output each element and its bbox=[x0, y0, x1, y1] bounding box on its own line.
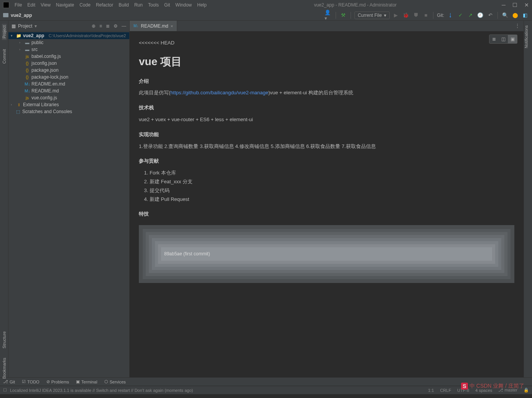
ide-settings-icon[interactable]: ⬤ bbox=[511, 12, 519, 19]
git-update-icon[interactable]: ⭣ bbox=[446, 12, 454, 19]
close-button[interactable]: ✕ bbox=[524, 2, 529, 8]
stop-icon[interactable]: ■ bbox=[422, 12, 430, 19]
list-item: 新建 Feat_xxx 分支 bbox=[150, 178, 514, 186]
editor-mode-icon[interactable]: ≣ bbox=[489, 35, 499, 43]
git-history-icon[interactable]: 🕘 bbox=[476, 12, 484, 19]
git-rollback-icon[interactable]: ↶ bbox=[486, 12, 494, 19]
collapse-icon[interactable]: ≣ bbox=[106, 23, 110, 29]
maximize-button[interactable]: ☐ bbox=[512, 2, 517, 8]
gear-icon[interactable]: ⚙ bbox=[114, 23, 118, 29]
project-sidebar: ▦ Project ▾ ⊕ ≡ ≣ ⚙ — ▾📁 vue2_app C:\Use… bbox=[8, 21, 130, 377]
split-mode-icon[interactable]: ◫ bbox=[499, 35, 508, 43]
tool-commit[interactable]: Commit bbox=[2, 48, 7, 65]
chevron-down-icon[interactable]: ▾ bbox=[35, 23, 37, 29]
doc-h1: vue 项目 bbox=[139, 53, 514, 71]
tree-root[interactable]: ▾📁 vue2_app C:\Users\Administrator\IdeaP… bbox=[8, 32, 129, 39]
debug-icon[interactable]: 🐞 bbox=[402, 12, 410, 19]
right-tool-strip: Notifications bbox=[524, 21, 532, 377]
tree-folder-src[interactable]: ›▬src bbox=[8, 46, 129, 53]
menu-code[interactable]: Code bbox=[77, 2, 93, 8]
menu-tools[interactable]: Tools bbox=[146, 2, 161, 8]
menu-view[interactable]: View bbox=[38, 2, 53, 8]
tool-bookmarks[interactable]: Bookmarks bbox=[2, 356, 7, 380]
menu-run[interactable]: Run bbox=[132, 2, 145, 8]
commit-ref: 89ab5ae (first commit) bbox=[161, 247, 492, 261]
doc-list: Fork 本仓库 新建 Feat_xxx 分支 提交代码 新建 Pull Req… bbox=[147, 169, 514, 203]
menu-file[interactable]: File bbox=[12, 2, 24, 8]
tool-terminal[interactable]: ▣ Terminal bbox=[76, 379, 97, 384]
menu-window[interactable]: Window bbox=[173, 2, 194, 8]
run-icon[interactable]: ▶ bbox=[392, 12, 400, 19]
doc-section: 技术栈 bbox=[139, 104, 514, 112]
window-title: vue2_app - README.md - Administrator bbox=[209, 2, 502, 8]
hide-icon[interactable]: — bbox=[122, 23, 126, 29]
locate-icon[interactable]: ⊕ bbox=[92, 23, 96, 29]
list-item: 提交代码 bbox=[150, 187, 514, 195]
doc-paragraph: vue2 + vuex + vue-router + ES6 + less + … bbox=[139, 116, 514, 124]
project-view-icon: ▦ bbox=[12, 23, 16, 29]
editor-area: M↓ README.md × ⋮ ≣ ◫ ▣ <<<<<<< HEAD vue … bbox=[130, 21, 524, 377]
git-label: Git: bbox=[437, 13, 444, 18]
bottom-tool-bar: ⎇ Git ☑ TODO ⊘ Problems ▣ Terminal ⬡ Ser… bbox=[0, 377, 532, 386]
doc-paragraph: 此项目是仿写(https://github.com/bailicangdu/vu… bbox=[139, 89, 514, 97]
minimize-button[interactable]: ─ bbox=[502, 2, 506, 8]
git-push-icon[interactable]: ↗ bbox=[466, 12, 474, 19]
doc-section: 实现功能 bbox=[139, 131, 514, 139]
tool-structure[interactable]: Structure bbox=[2, 330, 7, 350]
tab-label: README.md bbox=[141, 23, 168, 29]
tree-file[interactable]: {}jsconfig.json bbox=[8, 60, 129, 67]
markdown-preview[interactable]: <<<<<<< HEAD vue 项目 介绍 此项目是仿写(https://gi… bbox=[130, 31, 524, 377]
tree-ext-lib[interactable]: ›⫴External Libraries bbox=[8, 101, 129, 108]
list-item: Fork 本仓库 bbox=[150, 169, 514, 177]
doc-link[interactable]: https://github.com/bailicangdu/vue2-mana… bbox=[170, 90, 268, 95]
markdown-icon: M↓ bbox=[133, 24, 138, 28]
search-icon[interactable]: 🔍 bbox=[501, 12, 509, 19]
code-with-me-icon[interactable]: 👤▾ bbox=[324, 12, 332, 19]
watermark: S中 CSDN 业舞 / 庄简了 bbox=[461, 383, 524, 390]
caret-pos[interactable]: 1:1 bbox=[428, 388, 434, 393]
tree-folder-public[interactable]: ›▬public bbox=[8, 39, 129, 46]
tab-menu-icon[interactable]: ⋮ bbox=[511, 21, 524, 31]
tree-file[interactable]: {}package.json bbox=[8, 67, 129, 74]
project-tree: ▾📁 vue2_app C:\Users\Administrator\IdeaP… bbox=[8, 31, 129, 116]
list-item: 新建 Pull Request bbox=[150, 196, 514, 204]
sidebar-title[interactable]: Project bbox=[18, 23, 32, 29]
preview-mode-icon[interactable]: ▣ bbox=[508, 35, 517, 43]
tool-notifications[interactable]: Notifications bbox=[524, 24, 529, 50]
tree-file[interactable]: M↓README.md bbox=[8, 87, 129, 94]
doc-section: 特技 bbox=[139, 210, 514, 218]
tree-file[interactable]: jsbabel.config.js bbox=[8, 53, 129, 60]
menu-refactor[interactable]: Refactor bbox=[94, 2, 115, 8]
menu-edit[interactable]: Edit bbox=[25, 2, 38, 8]
menu-navigate[interactable]: Navigate bbox=[54, 2, 76, 8]
tool-project[interactable]: Project bbox=[2, 24, 7, 40]
tree-file[interactable]: M↓README.en.md bbox=[8, 81, 129, 87]
line-sep[interactable]: CRLF bbox=[440, 388, 451, 393]
tree-file[interactable]: {}package-lock.json bbox=[8, 74, 129, 81]
tool-services[interactable]: ⬡ Services bbox=[104, 379, 126, 384]
lock-icon[interactable]: 🔒 bbox=[524, 388, 529, 393]
tree-scratches[interactable]: ⬚Scratches and Consoles bbox=[8, 108, 129, 115]
menu-git[interactable]: Git bbox=[162, 2, 172, 8]
run-config-select[interactable]: Current File▾ bbox=[354, 12, 390, 19]
tool-todo[interactable]: ☑ TODO bbox=[22, 379, 40, 384]
tree-file[interactable]: jsvue.config.js bbox=[8, 94, 129, 101]
tool-problems[interactable]: ⊘ Problems bbox=[46, 379, 69, 384]
nav-bar: vue2_app 👤▾ ⚒ Current File▾ ▶ 🐞 ⛊ ■ Git:… bbox=[0, 10, 532, 21]
title-bar: File Edit View Navigate Code Refactor Bu… bbox=[0, 0, 532, 10]
status-message[interactable]: Localized IntelliJ IDEA 2023.1.1 is avai… bbox=[10, 388, 193, 393]
close-tab-icon[interactable]: × bbox=[171, 24, 173, 28]
build-icon[interactable]: ⚒ bbox=[339, 12, 347, 19]
menu-help[interactable]: Help bbox=[195, 2, 209, 8]
hamburger-icon[interactable]: ◧ bbox=[521, 12, 529, 19]
breadcrumb[interactable]: vue2_app bbox=[11, 13, 32, 18]
expand-icon[interactable]: ≡ bbox=[99, 23, 102, 29]
doc-section: 介绍 bbox=[139, 77, 514, 86]
menu-build[interactable]: Build bbox=[116, 2, 131, 8]
status-icon[interactable]: ☐ bbox=[3, 388, 7, 393]
left-tool-strip: Project Commit bbox=[0, 21, 8, 377]
git-commit-icon[interactable]: ✓ bbox=[456, 12, 464, 19]
app-icon bbox=[3, 2, 9, 8]
coverage-icon[interactable]: ⛊ bbox=[412, 12, 420, 19]
editor-tab[interactable]: M↓ README.md × bbox=[130, 21, 177, 31]
